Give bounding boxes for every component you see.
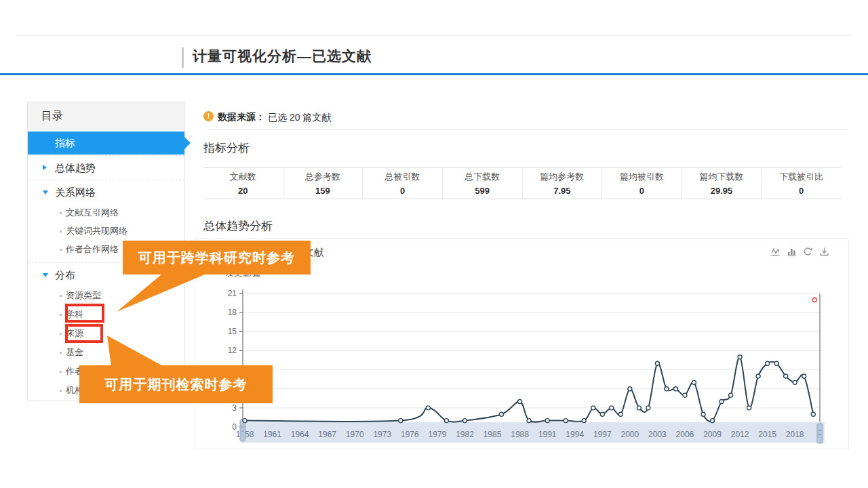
trend-line — [245, 357, 813, 422]
highlight-box-source — [65, 324, 103, 343]
data-point-marker — [655, 361, 659, 365]
x-tick-label: 1967 — [318, 430, 336, 439]
y-tick-label: 12 — [228, 346, 237, 355]
data-point-marker — [729, 393, 733, 397]
x-tick-label: 1964 — [291, 430, 309, 439]
data-point-marker — [527, 419, 531, 423]
y-tick-label: 15 — [228, 327, 237, 336]
callout-tail-icon — [114, 274, 206, 314]
callout-cross-discipline: 可用于跨学科研究时参考 — [123, 241, 311, 274]
data-point-marker — [564, 419, 568, 423]
data-point-marker — [399, 419, 403, 423]
x-tick-label: 1997 — [593, 430, 612, 439]
data-point-marker — [637, 406, 641, 410]
data-point-marker — [665, 387, 669, 391]
x-tick-label: 1985 — [484, 430, 502, 439]
data-point-marker — [673, 387, 677, 391]
data-point-marker — [628, 387, 632, 391]
x-tick-label: 1979 — [429, 430, 447, 439]
x-tick-label: 2012 — [731, 430, 749, 439]
callout-tail-icon — [104, 333, 167, 367]
data-point-marker — [545, 419, 549, 423]
y-tick-label: 18 — [228, 308, 237, 317]
data-point-marker — [811, 412, 815, 416]
data-point-marker — [711, 419, 715, 423]
datazoom-handle-right[interactable] — [817, 424, 823, 443]
data-point-marker — [426, 406, 430, 410]
data-point-marker — [766, 361, 770, 365]
x-tick-label: 2003 — [648, 430, 667, 439]
data-point-marker — [600, 412, 604, 416]
data-point-marker — [610, 406, 614, 410]
data-point-marker — [747, 406, 751, 410]
y-tick-label: 21 — [228, 289, 237, 298]
x-tick-label: 2018 — [786, 430, 804, 439]
data-point-marker — [646, 406, 650, 410]
callout-journal-search: 可用于期刊检索时参考 — [79, 365, 273, 403]
data-point-marker — [784, 374, 788, 378]
x-tick-label: 2000 — [620, 430, 639, 439]
data-point-marker — [462, 419, 467, 423]
x-tick-label: 2006 — [676, 430, 694, 439]
data-point-marker — [756, 374, 760, 378]
data-point-marker — [738, 355, 742, 359]
data-point-marker — [591, 406, 595, 410]
x-tick-label: 1961 — [263, 430, 281, 439]
highlight-box-subject — [65, 304, 104, 323]
x-tick-label: 1994 — [566, 430, 584, 439]
data-point-marker — [618, 412, 623, 416]
x-tick-label: 1988 — [511, 430, 529, 439]
data-point-marker — [582, 419, 586, 423]
x-tick-label: 1973 — [373, 430, 391, 439]
data-point-marker — [500, 412, 504, 416]
x-tick-label: 1991 — [538, 430, 557, 439]
y-tick-label: 3 — [232, 403, 237, 413]
data-point-marker — [692, 380, 696, 384]
data-point-marker — [701, 412, 705, 416]
x-tick-label: 1982 — [456, 430, 474, 439]
red-outlier-marker — [812, 298, 816, 302]
data-point-marker — [802, 374, 806, 378]
data-point-marker — [243, 419, 247, 423]
data-point-marker — [444, 419, 448, 423]
x-tick-label: 2009 — [703, 430, 722, 439]
x-tick-label: 1970 — [346, 430, 364, 439]
x-tick-label: 2015 — [758, 430, 776, 439]
data-point-marker — [793, 380, 797, 384]
data-point-marker — [719, 399, 724, 403]
data-point-marker — [518, 399, 522, 403]
x-tick-label: 1976 — [401, 430, 419, 439]
data-point-marker — [774, 361, 778, 365]
data-point-marker — [683, 393, 687, 397]
page: 计量可视化分析—已选文献 目录 指标 总体趋势 关系网络 文献互引网络关键词共现… — [0, 0, 868, 488]
